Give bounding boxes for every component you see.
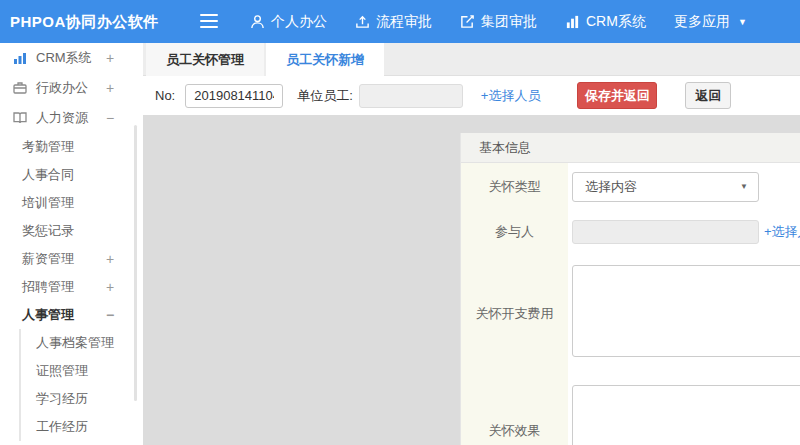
sidebar-scrollbar[interactable] xyxy=(134,125,137,401)
save-and-return-button[interactable]: 保存并返回 xyxy=(577,82,657,109)
basic-info-panel: 基本信息 关怀类型 选择内容 ▼ 参与人 +选择人员 关怀开支费用 xyxy=(460,133,800,445)
flow-approval-icon xyxy=(355,14,370,29)
sidebar-item-salary[interactable]: 薪资管理 + xyxy=(0,245,143,273)
form-row-care-type: 关怀类型 选择内容 ▼ xyxy=(461,163,800,210)
tab-bar: 员工关怀管理 员工关怀新增 xyxy=(143,43,800,76)
chart-icon xyxy=(12,50,28,66)
tab-employee-care-new[interactable]: 员工关怀新增 xyxy=(266,43,384,77)
sidebar-label: 人事合同 xyxy=(22,166,74,184)
sidebar-submenu: 人事档案管理 证照管理 学习经历 工作经历 xyxy=(19,329,143,441)
select-person-link[interactable]: +选择人员 xyxy=(481,87,541,105)
sidebar-label: 薪资管理 xyxy=(22,250,74,268)
sidebar-item-work-history[interactable]: 工作经历 xyxy=(21,413,143,441)
expand-icon: + xyxy=(106,50,114,66)
sidebar-label: 奖惩记录 xyxy=(22,222,74,240)
sidebar-item-crm[interactable]: CRM系统 + xyxy=(0,43,143,73)
book-icon xyxy=(12,110,28,126)
sidebar-item-hr-contract[interactable]: 人事合同 xyxy=(0,161,143,189)
group-approval-icon xyxy=(460,14,475,29)
nav-label: 流程审批 xyxy=(376,13,432,31)
user-icon xyxy=(250,14,265,29)
sidebar-label: 考勤管理 xyxy=(22,138,74,156)
sidebar-label: 招聘管理 xyxy=(22,278,74,296)
expand-icon: − xyxy=(106,307,114,323)
sidebar-label: 培训管理 xyxy=(22,194,74,212)
sidebar-label: 人事档案管理 xyxy=(36,334,114,352)
section-title: 基本信息 xyxy=(461,133,800,163)
sidebar-label: 学习经历 xyxy=(36,390,88,408)
sidebar-item-reward-punish[interactable]: 奖惩记录 xyxy=(0,217,143,245)
nav-label: 集团审批 xyxy=(481,13,537,31)
sidebar-label: 人力资源 xyxy=(36,109,88,127)
nav-item-crm[interactable]: CRM系统 xyxy=(565,13,646,31)
caret-down-icon: ▼ xyxy=(740,173,748,201)
app-title: PHPOA协同办公软件 xyxy=(10,0,159,43)
participants-label: 参与人 xyxy=(461,210,568,254)
expand-icon: − xyxy=(106,110,114,126)
form-row-care-effect: 关怀效果 xyxy=(461,373,800,445)
briefcase-icon xyxy=(12,80,28,96)
sidebar-item-personnel-mgmt[interactable]: 人事管理 − xyxy=(0,301,143,329)
form-row-participants: 参与人 +选择人员 xyxy=(461,210,800,254)
sidebar-label: 行政办公 xyxy=(36,79,88,97)
content-area: 基本信息 关怀类型 选择内容 ▼ 参与人 +选择人员 关怀开支费用 xyxy=(143,116,800,445)
sidebar-item-recruit[interactable]: 招聘管理 + xyxy=(0,273,143,301)
expand-icon: + xyxy=(106,80,114,96)
sidebar-label: 工作经历 xyxy=(36,418,88,436)
select-value: 选择内容 xyxy=(585,179,637,194)
participants-input[interactable] xyxy=(572,220,759,244)
sidebar-item-admin-office[interactable]: 行政办公 + xyxy=(0,73,143,103)
toolbar: No: 单位员工: +选择人员 保存并返回 返回 xyxy=(143,76,800,116)
expand-icon: + xyxy=(106,251,114,267)
nav-label: 个人办公 xyxy=(271,13,327,31)
sidebar-item-attendance[interactable]: 考勤管理 xyxy=(0,133,143,161)
care-expense-textarea[interactable] xyxy=(572,265,800,357)
sidebar-item-training[interactable]: 培训管理 xyxy=(0,189,143,217)
top-navbar: PHPOA协同办公软件 个人办公 流程审批 集团审批 xyxy=(0,0,800,43)
nav-item-group-approval[interactable]: 集团审批 xyxy=(460,13,537,31)
sidebar-label: 人事管理 xyxy=(22,306,74,324)
expand-icon: + xyxy=(106,279,114,295)
nav-item-more-apps[interactable]: 更多应用 ▼ xyxy=(674,13,747,31)
no-input[interactable] xyxy=(185,84,283,108)
nav-item-flow-approval[interactable]: 流程审批 xyxy=(355,13,432,31)
sidebar: CRM系统 + 行政办公 + 人力资源 − 考勤管理 人事合同 培训管理 奖惩记… xyxy=(0,43,143,445)
sidebar-item-certificates[interactable]: 证照管理 xyxy=(21,357,143,385)
form-row-care-expense: 关怀开支费用 xyxy=(461,254,800,373)
tab-employee-care-manage[interactable]: 员工关怀管理 xyxy=(146,43,266,76)
nav-label: 更多应用 xyxy=(674,13,730,31)
select-person-link[interactable]: +选择人员 xyxy=(764,223,800,241)
back-button[interactable]: 返回 xyxy=(685,82,731,109)
no-label: No: xyxy=(155,88,175,103)
care-type-select[interactable]: 选择内容 ▼ xyxy=(572,172,759,202)
nav-item-personal-office[interactable]: 个人办公 xyxy=(250,13,327,31)
sidebar-item-study-history[interactable]: 学习经历 xyxy=(21,385,143,413)
care-effect-label: 关怀效果 xyxy=(461,373,568,445)
sidebar-label: CRM系统 xyxy=(36,49,92,67)
sidebar-item-hr[interactable]: 人力资源 − xyxy=(0,103,143,133)
sidebar-label: 证照管理 xyxy=(36,362,88,380)
unit-employee-label: 单位员工: xyxy=(297,87,353,105)
nav-label: CRM系统 xyxy=(586,13,646,31)
care-expense-label: 关怀开支费用 xyxy=(461,254,568,373)
care-type-label: 关怀类型 xyxy=(461,163,568,210)
sidebar-item-personnel-files[interactable]: 人事档案管理 xyxy=(21,329,143,357)
care-effect-textarea[interactable] xyxy=(572,385,800,445)
caret-down-icon: ▼ xyxy=(738,17,747,27)
menu-toggle-icon[interactable] xyxy=(200,14,218,32)
top-nav-menu: 个人办公 流程审批 集团审批 CRM系统 更多应用 xyxy=(250,0,747,43)
unit-employee-input[interactable] xyxy=(359,84,463,108)
chart-icon xyxy=(565,14,580,29)
